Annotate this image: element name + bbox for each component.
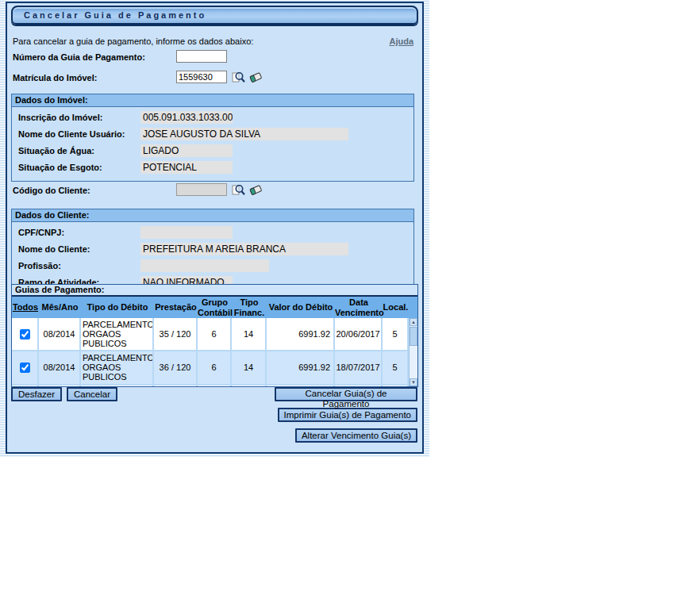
alterar-vencimento-button[interactable]: Alterar Vencimento Guia(s): [295, 428, 417, 443]
situacao-esgoto-value: POTENCIAL: [140, 161, 233, 174]
dados-imovel-title: Dados do Imóvel:: [12, 94, 413, 107]
row-checkbox[interactable]: [20, 329, 30, 340]
page-title-bar: Cancelar Guia de Pagamento: [11, 6, 418, 25]
table-row: 08/2014 PARCELAMENTO ORGAOS PUBLICOS 36 …: [12, 351, 409, 385]
scroll-down-icon[interactable]: ▼: [410, 378, 417, 386]
col-valor-debito: Valor do Débito: [267, 301, 335, 313]
cell-grupo-contabil: 6: [198, 318, 232, 351]
cell-data-vencimento: 20/06/2017: [335, 318, 383, 351]
col-tipo-financ: Tipo Financ.: [232, 297, 267, 317]
situacao-agua-value: LIGADO: [140, 144, 233, 157]
guias-table-header: Todos Mês/Ano Tipo do Débito Prestação G…: [12, 297, 417, 318]
numero-guia-label: Número da Guia de Pagamento:: [13, 52, 145, 62]
inscricao-value: 005.091.033.1033.000: [140, 111, 233, 124]
codigo-cliente-search-icon[interactable]: [232, 182, 246, 197]
col-prestacao: Prestação: [154, 301, 198, 313]
app-background: Cancelar Guia de Pagamento Para cancelar…: [0, 0, 429, 457]
cell-local: 5: [383, 318, 409, 351]
matricula-input[interactable]: [176, 71, 227, 83]
cell-valor-debito: 6991.92: [267, 351, 335, 385]
table-scrollbar[interactable]: ▲ ▼: [409, 318, 417, 386]
cell-mes-ano: 08/2014: [39, 318, 81, 351]
cell-prestacao: 36 / 120: [154, 351, 198, 385]
scroll-up-icon[interactable]: ▲: [410, 318, 417, 326]
cancelar-guias-button[interactable]: Cancelar Guia(s) de Pagamento: [275, 387, 417, 401]
profissao-value: [140, 259, 269, 272]
table-row-partial: PARCELAMENTO: [12, 386, 409, 386]
col-mes-ano: Mês/Ano: [39, 301, 81, 313]
cell-mes-ano: 08/2014: [39, 351, 81, 385]
field-row: Nome do Cliente Usuário: JOSE AUGUSTO DA…: [12, 127, 413, 144]
dados-cliente-title: Dados do Cliente:: [12, 209, 413, 222]
imprimir-guias-button[interactable]: Imprimir Guia(s) de Pagamento: [278, 408, 417, 422]
numero-guia-input[interactable]: [176, 50, 227, 63]
field-row: Situação de Água: LIGADO: [12, 144, 413, 160]
cell-data-vencimento: 18/07/2017: [335, 351, 383, 385]
inscricao-label: Inscrição do Imóvel:: [18, 113, 102, 122]
cancelar-button[interactable]: Cancelar: [67, 387, 117, 401]
guias-title: Guias de Pagamento:: [12, 285, 417, 297]
nome-usuario-label: Nome do Cliente Usuário:: [18, 129, 125, 139]
table-row: 08/2014 PARCELAMENTO ORGAOS PUBLICOS 35 …: [12, 318, 409, 351]
matricula-search-icon[interactable]: [232, 70, 246, 84]
matricula-label: Matrícula do Imóvel:: [13, 73, 97, 82]
field-row: Inscrição do Imóvel: 005.091.033.1033.00…: [12, 110, 413, 127]
nome-usuario-value: JOSE AUGUSTO DA SILVA: [140, 128, 348, 140]
guias-table-viewport: 08/2014 PARCELAMENTO ORGAOS PUBLICOS 35 …: [12, 318, 417, 386]
situacao-agua-label: Situação de Água:: [18, 146, 94, 155]
nome-cliente-label: Nome do Cliente:: [18, 244, 90, 254]
cell-tipo-financ: 14: [232, 318, 267, 351]
page: Cancelar Guia de Pagamento Para cancelar…: [0, 0, 700, 610]
cell-local: 5: [383, 351, 409, 385]
col-grupo-contabil: Grupo Contábil: [198, 297, 232, 317]
cell-grupo-contabil: 6: [198, 351, 232, 385]
col-local: Local.: [383, 301, 409, 313]
codigo-cliente-label: Código do Cliente:: [13, 186, 90, 195]
desfazer-button[interactable]: Desfazer: [11, 387, 62, 401]
cell-valor-debito: 6991.92: [267, 318, 335, 351]
scrollbar-thumb[interactable]: [410, 327, 417, 346]
codigo-cliente-erase-icon[interactable]: [248, 183, 263, 198]
cell-tipo-financ: 14: [232, 351, 267, 385]
guias-pagamento-section: Guias de Pagamento: Todos Mês/Ano Tipo d…: [11, 284, 418, 387]
nome-cliente-value: PREFEITURA M AREIA BRANCA: [140, 243, 348, 255]
page-title: Cancelar Guia de Pagamento: [13, 10, 206, 20]
cpf-cnpj-label: CPF/CNPJ:: [18, 228, 64, 237]
cell-tipo-debito: PARCELAMENTO ORGAOS PUBLICOS: [81, 351, 154, 385]
cell-tipo-debito: PARCELAMENTO ORGAOS PUBLICOS: [81, 318, 154, 351]
instruction-text: Para cancelar a guia de pagamento, infor…: [13, 36, 253, 46]
cancelar-guia-panel: Cancelar Guia de Pagamento Para cancelar…: [6, 2, 424, 454]
row-checkbox[interactable]: [20, 363, 30, 373]
dados-imovel-section: Dados do Imóvel: Inscrição do Imóvel: 00…: [11, 94, 414, 182]
field-row: CPF/CNPJ:: [12, 225, 413, 242]
cell-tipo-debito: PARCELAMENTO: [81, 386, 154, 386]
profissao-label: Profissão:: [18, 261, 61, 270]
field-row: Profissão:: [12, 259, 413, 275]
codigo-cliente-input[interactable]: [176, 183, 227, 196]
select-all-link[interactable]: Todos: [12, 301, 39, 313]
matricula-erase-icon[interactable]: [248, 71, 263, 85]
field-row: Situação de Esgoto: POTENCIAL: [12, 160, 413, 177]
help-link[interactable]: Ajuda: [389, 36, 413, 46]
cell-prestacao: 35 / 120: [154, 318, 198, 351]
situacao-esgoto-label: Situação de Esgoto:: [18, 163, 102, 172]
col-data-vencimento: Data Vencimento: [335, 297, 383, 317]
field-row: Nome do Cliente: PREFEITURA M AREIA BRAN…: [12, 242, 413, 259]
col-tipo-debito: Tipo do Débito: [81, 301, 154, 313]
cpf-cnpj-value: [140, 226, 233, 239]
